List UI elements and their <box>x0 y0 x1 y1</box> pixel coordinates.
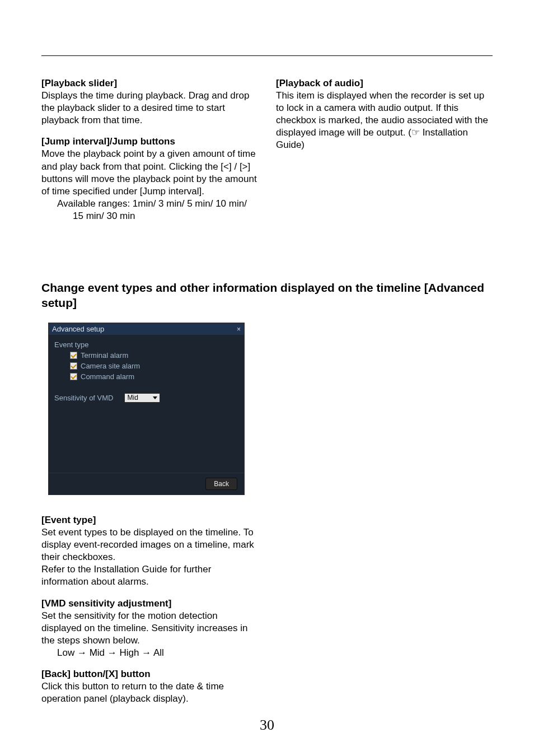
para-event-type-2: Refer to the Installation Guide for furt… <box>41 563 260 588</box>
heading-vmd-sensitivity: [VMD sensitivity adjustment] <box>41 598 171 609</box>
sensitivity-value: Mid <box>127 394 138 402</box>
event-item-label: Camera site alarm <box>81 362 140 370</box>
page-number: 30 <box>0 717 534 734</box>
two-column-body: [Playback slider] Displays the time duri… <box>41 77 493 231</box>
section-heading-advanced-setup: Change event types and other information… <box>41 280 493 311</box>
para-jump-available: Available ranges: 1min/ 3 min/ 5 min/ 10… <box>41 198 258 210</box>
para-jump-interval: Move the playback point by a given amoun… <box>41 148 258 197</box>
heading-back-x-button: [Back] button/[X] button <box>41 669 151 679</box>
checkbox-command-alarm[interactable] <box>70 373 77 380</box>
heading-playback-audio: [Playback of audio] <box>276 78 363 88</box>
event-type-label: Event type <box>54 340 238 349</box>
sensitivity-row: Sensitivity of VMD Mid <box>54 393 238 403</box>
lower-left-column: [Event type] Set event types to be displ… <box>41 514 260 714</box>
para-playback-audio: This item is displayed when the recorder… <box>276 90 493 151</box>
left-column: [Playback slider] Displays the time duri… <box>41 77 258 231</box>
event-item-camera-site: Camera site alarm <box>54 362 238 370</box>
para-playback-slider: Displays the time during playback. Drag … <box>41 90 258 127</box>
chevron-down-icon <box>153 396 157 399</box>
event-item-command: Command alarm <box>54 372 238 381</box>
event-item-terminal: Terminal alarm <box>54 351 238 360</box>
para-back-x-button: Click this button to return to the date … <box>41 680 260 705</box>
checkbox-camera-site-alarm[interactable] <box>70 362 77 370</box>
advanced-setup-dialog: Advanced setup × Event type Terminal ala… <box>48 323 245 495</box>
para-vmd-sensitivity: Set the sensitivity for the motion detec… <box>41 610 260 647</box>
sensitivity-dropdown[interactable]: Mid <box>124 393 160 403</box>
event-item-label: Command alarm <box>81 372 134 381</box>
para-vmd-steps: Low → Mid → High → All <box>41 647 260 659</box>
dialog-body: Event type Terminal alarm Camera site al… <box>49 335 244 473</box>
dialog-title-text: Advanced setup <box>52 325 104 333</box>
event-item-label: Terminal alarm <box>81 351 128 360</box>
close-icon[interactable]: × <box>237 325 241 333</box>
para-event-type: Set event types to be displayed on the t… <box>41 526 260 563</box>
dialog-footer: Back <box>49 473 244 494</box>
sensitivity-label: Sensitivity of VMD <box>54 394 113 402</box>
checkbox-terminal-alarm[interactable] <box>70 352 77 359</box>
header-rule <box>41 55 493 56</box>
right-column: [Playback of audio] This item is display… <box>276 77 493 231</box>
para-jump-available-2: 15 min/ 30 min <box>41 210 258 222</box>
heading-jump-interval: [Jump interval]/Jump buttons <box>41 136 175 147</box>
dialog-titlebar: Advanced setup × <box>49 323 244 335</box>
heading-event-type: [Event type] <box>41 515 96 525</box>
back-button[interactable]: Back <box>205 478 237 490</box>
heading-playback-slider: [Playback slider] <box>41 78 117 88</box>
